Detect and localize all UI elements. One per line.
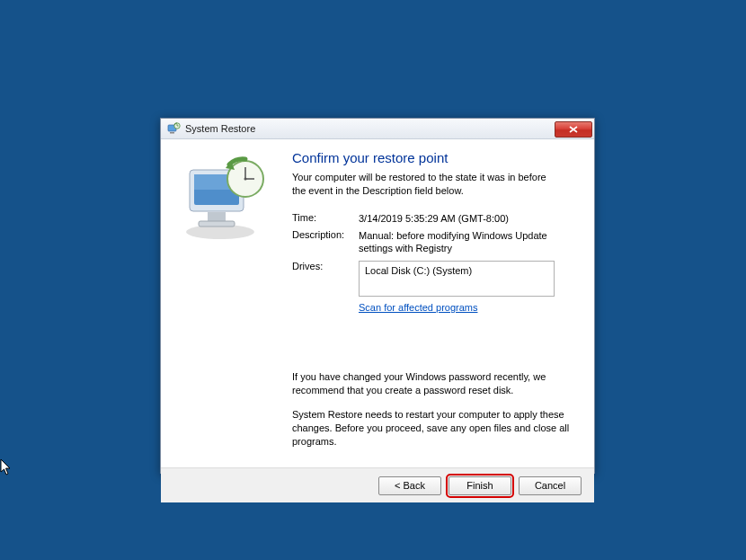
time-row: Time: 3/14/2019 5:35:29 AM (GMT-8:00) (292, 212, 576, 226)
drives-row: Drives: Local Disk (C:) (System) Scan fo… (292, 261, 576, 313)
button-footer: < Back Finish Cancel (161, 467, 594, 502)
drives-label: Drives: (292, 261, 359, 313)
description-label: Description: (292, 229, 359, 256)
main-content: Confirm your restore point Your computer… (292, 139, 594, 467)
content-area: Confirm your restore point Your computer… (161, 139, 594, 467)
close-icon (569, 126, 578, 133)
drives-listbox[interactable]: Local Disk (C:) (System) (359, 261, 555, 297)
svg-rect-1 (170, 132, 174, 134)
page-heading: Confirm your restore point (292, 150, 576, 165)
restart-note: System Restore needs to restart your com… (292, 408, 571, 449)
cancel-button[interactable]: Cancel (519, 476, 582, 495)
svg-point-12 (244, 178, 247, 181)
system-restore-icon (166, 121, 181, 136)
illustration-pane (161, 139, 292, 467)
description-value: Manual: before modifying Windows Update … (359, 229, 565, 256)
svg-rect-7 (208, 212, 226, 221)
drives-item: Local Disk (C:) (System) (365, 265, 472, 276)
system-restore-window: System Restore (160, 118, 595, 474)
restore-illustration-icon (177, 156, 276, 247)
scan-affected-link[interactable]: Scan for affected programs (359, 302, 477, 313)
svg-rect-8 (199, 221, 235, 227)
titlebar: System Restore (161, 119, 594, 139)
close-button[interactable] (555, 121, 592, 138)
description-row: Description: Manual: before modifying Wi… (292, 229, 576, 256)
password-note: If you have changed your Windows passwor… (292, 370, 571, 397)
finish-button[interactable]: Finish (448, 476, 511, 495)
time-value: 3/14/2019 5:35:29 AM (GMT-8:00) (359, 212, 565, 226)
mouse-cursor (0, 458, 13, 478)
back-button[interactable]: < Back (378, 476, 441, 495)
window-title: System Restore (185, 123, 555, 134)
page-subtext: Your computer will be restored to the st… (292, 171, 562, 198)
time-label: Time: (292, 212, 359, 226)
